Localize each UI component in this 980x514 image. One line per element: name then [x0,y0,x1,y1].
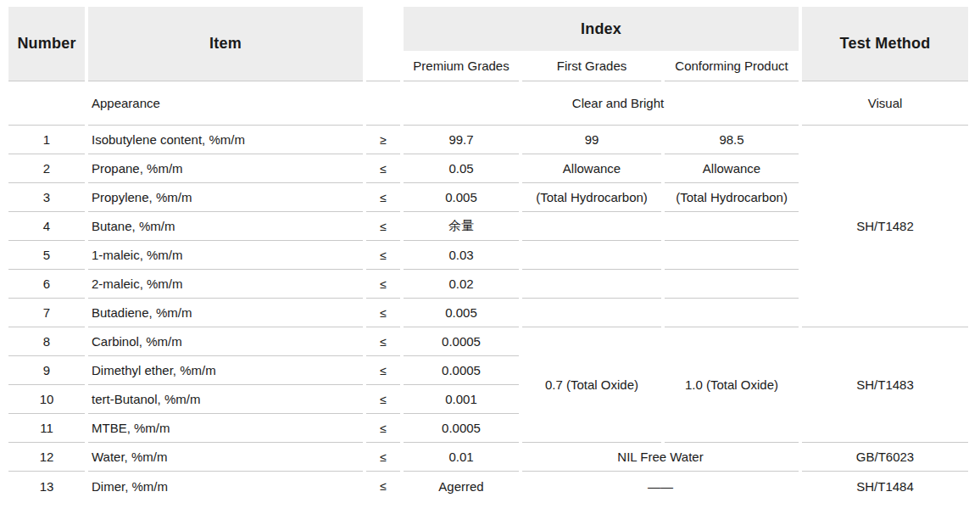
column-header-index: Index [404,7,799,51]
cell-premium: 0.02 [404,270,519,299]
row-1: 1 Isobutylene content, %m/m ≥ 99.7 99 98… [8,126,968,154]
cell-premium: 99.7 [404,126,519,154]
cell-item: Butadiene, %m/m [88,299,363,327]
cell-item: Appearance [88,81,363,126]
spec-page: Number Item Index Test Method Premium Gr… [0,0,980,500]
cell-item: Dimer, %m/m [88,472,363,500]
cell-index-merged-nil-free-water: NIL Free Water [522,443,799,472]
cell-item: Carbinol, %m/m [88,327,363,356]
cell-relation: ≤ [366,385,400,414]
cell-number: 3 [8,183,85,212]
cell-item: 2-maleic, %m/m [88,270,363,299]
cell-relation: ≤ [366,212,400,241]
cell-premium: 0.03 [404,241,519,270]
cell-first [522,241,661,270]
cell-number: 9 [8,356,85,385]
cell-number: 10 [8,385,85,414]
cell-relation: ≤ [366,270,400,299]
cell-premium: Agerred [404,472,519,500]
row-12: 12 Water, %m/m ≤ 0.01 NIL Free Water GB/… [8,443,968,472]
cell-first [522,299,661,327]
cell-item: Propylene, %m/m [88,183,363,212]
cell-relation: ≤ [366,183,400,212]
row-8: 8 Carbinol, %m/m ≤ 0.0005 0.7 (Total Oxi… [8,327,968,356]
cell-item: 1-maleic, %m/m [88,241,363,270]
cell-premium: 0.005 [404,299,519,327]
cell-first: 99 [522,126,661,154]
subcolumn-header-premium-grades: Premium Grades [404,51,519,81]
cell-test-method: SH/T1482 [802,126,968,327]
row-appearance: Appearance Clear and Bright Visual [8,81,968,126]
cell-item: MTBE, %m/m [88,414,363,443]
cell-premium: 0.005 [404,183,519,212]
cell-relation: ≤ [366,414,400,443]
cell-item: Isobutylene content, %m/m [88,126,363,154]
cell-item: Dimethyl ether, %m/m [88,356,363,385]
cell-relation: ≤ [366,327,400,356]
cell-premium: 0.01 [404,443,519,472]
cell-test-method: Visual [802,81,968,126]
cell-premium: 0.001 [404,385,519,414]
cell-relation [366,81,400,126]
cell-number: 12 [8,443,85,472]
cell-relation: ≤ [366,299,400,327]
cell-number [8,81,85,126]
subcolumn-header-conforming-product: Conforming Product [665,51,799,81]
cell-conforming-merged-total-oxide: 1.0 (Total Oxide) [665,327,799,443]
column-header-number: Number [8,7,85,81]
cell-test-method: GB/T6023 [802,443,968,472]
cell-number: 2 [8,154,85,183]
product-spec-table: Number Item Index Test Method Premium Gr… [5,7,972,500]
cell-premium: 余量 [404,212,519,241]
cell-number: 8 [8,327,85,356]
cell-conforming [665,241,799,270]
cell-item: Butane, %m/m [88,212,363,241]
cell-item: Propane, %m/m [88,154,363,183]
cell-index-merged-dash: —— [522,472,799,500]
cell-conforming: (Total Hydrocarbon) [665,183,799,212]
cell-premium: 0.0005 [404,327,519,356]
cell-test-method: SH/T1483 [802,327,968,443]
cell-relation: ≤ [366,443,400,472]
column-header-item: Item [88,7,363,81]
cell-conforming: 98.5 [665,126,799,154]
cell-relation: ≤ [366,356,400,385]
cell-relation: ≥ [366,126,400,154]
cell-first: Allowance [522,154,661,183]
cell-first-merged-total-oxide: 0.7 (Total Oxide) [522,327,661,443]
cell-item: Water, %m/m [88,443,363,472]
row-13: 13 Dimer, %m/m ≤ Agerred —— SH/T1484 [8,472,968,500]
cell-premium: 0.05 [404,154,519,183]
cell-number: 13 [8,472,85,500]
cell-premium: 0.0005 [404,356,519,385]
cell-number: 11 [8,414,85,443]
cell-conforming [665,270,799,299]
cell-number: 1 [8,126,85,154]
column-header-relation-spacer [366,7,400,81]
cell-conforming [665,212,799,241]
cell-conforming: Allowance [665,154,799,183]
cell-item: tert-Butanol, %m/m [88,385,363,414]
cell-relation: ≤ [366,472,400,500]
cell-number: 6 [8,270,85,299]
cell-relation: ≤ [366,241,400,270]
cell-number: 7 [8,299,85,327]
cell-conforming [665,299,799,327]
cell-first [522,270,661,299]
cell-premium: 0.0005 [404,414,519,443]
column-header-test-method: Test Method [802,7,968,81]
header-row-main: Number Item Index Test Method [8,7,968,51]
cell-number: 4 [8,212,85,241]
cell-first [522,212,661,241]
subcolumn-header-first-grades: First Grades [522,51,661,81]
cell-first: (Total Hydrocarbon) [522,183,661,212]
cell-relation: ≤ [366,154,400,183]
cell-number: 5 [8,241,85,270]
cell-test-method: SH/T1484 [802,472,968,500]
cell-index-merged: Clear and Bright [404,81,799,126]
